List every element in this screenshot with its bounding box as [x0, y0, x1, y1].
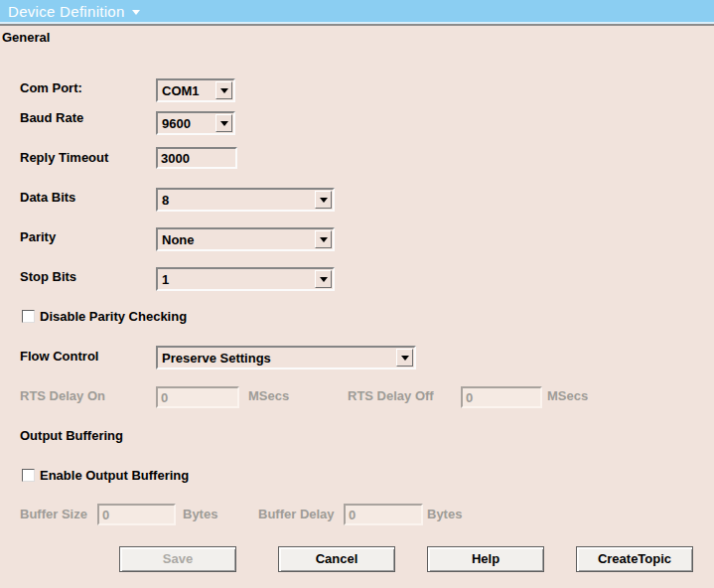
reply-timeout-input[interactable] [156, 147, 237, 169]
parity-dropdown-button[interactable] [315, 230, 332, 248]
parity-value: None [158, 229, 314, 249]
section-general-label: General [2, 30, 50, 45]
buffer-delay-input [344, 504, 423, 525]
com-port-label: Com Port: [20, 80, 82, 95]
flow-control-dropdown[interactable]: Preserve Settings [156, 346, 416, 369]
enable-output-buffering-label[interactable]: Enable Output Buffering [40, 468, 189, 483]
data-bits-value: 8 [158, 190, 314, 210]
stop-bits-value: 1 [158, 269, 314, 289]
buffer-delay-unit: Bytes [427, 507, 462, 521]
baud-rate-label: Baud Rate [20, 110, 83, 125]
save-button: Save [119, 546, 236, 572]
section-output-buffering-label: Output Buffering [20, 428, 123, 443]
data-bits-label: Data Bits [20, 190, 75, 205]
page-title[interactable]: Device Definition [8, 3, 125, 20]
create-topic-button[interactable]: CreateTopic [576, 546, 693, 572]
rts-delay-off-input [461, 386, 542, 408]
buffer-size-input [97, 504, 176, 525]
buffer-delay-label: Buffer Delay [258, 507, 335, 521]
help-button[interactable]: Help [427, 546, 544, 572]
baud-rate-dropdown-button[interactable] [215, 114, 232, 132]
data-bits-dropdown-button[interactable] [315, 191, 332, 209]
parity-dropdown[interactable]: None [156, 227, 335, 251]
buffer-size-unit: Bytes [183, 507, 217, 521]
rts-delay-off-label: RTS Delay Off [348, 388, 434, 403]
flow-control-label: Flow Control [20, 349, 98, 364]
reply-timeout-label: Reply Timeout [20, 150, 108, 165]
titlebar: Device Definition [0, 0, 714, 22]
dropdown-arrow-icon [401, 356, 409, 361]
data-bits-dropdown[interactable]: 8 [156, 188, 335, 212]
stop-bits-label: Stop Bits [20, 269, 76, 284]
com-port-dropdown-button[interactable] [215, 81, 232, 99]
disable-parity-label[interactable]: Disable Parity Checking [40, 309, 187, 324]
baud-rate-value: 9600 [158, 113, 214, 133]
com-port-value: COM1 [158, 80, 214, 100]
rts-delay-on-unit: MSecs [248, 388, 289, 403]
dropdown-arrow-icon [320, 198, 328, 203]
rts-delay-off-unit: MSecs [547, 388, 588, 403]
dropdown-arrow-icon [220, 121, 228, 126]
flow-control-value: Preserve Settings [158, 348, 395, 368]
com-port-dropdown[interactable]: COM1 [156, 78, 235, 102]
cancel-button[interactable]: Cancel [278, 546, 395, 572]
baud-rate-dropdown[interactable]: 9600 [156, 111, 235, 135]
chevron-down-icon[interactable] [132, 10, 140, 15]
disable-parity-checkbox[interactable] [22, 310, 35, 323]
titlebar-separator-line [0, 24, 714, 26]
flow-control-dropdown-button[interactable] [396, 349, 413, 367]
stop-bits-dropdown-button[interactable] [315, 270, 332, 288]
buffer-size-label: Buffer Size [20, 507, 87, 521]
rts-delay-on-input [156, 386, 239, 408]
rts-delay-on-label: RTS Delay On [20, 388, 105, 403]
stop-bits-dropdown[interactable]: 1 [156, 267, 335, 291]
dropdown-arrow-icon [320, 277, 328, 282]
dropdown-arrow-icon [220, 88, 228, 93]
enable-output-buffering-checkbox[interactable] [22, 469, 35, 482]
parity-label: Parity [20, 229, 56, 244]
dropdown-arrow-icon [320, 237, 328, 242]
